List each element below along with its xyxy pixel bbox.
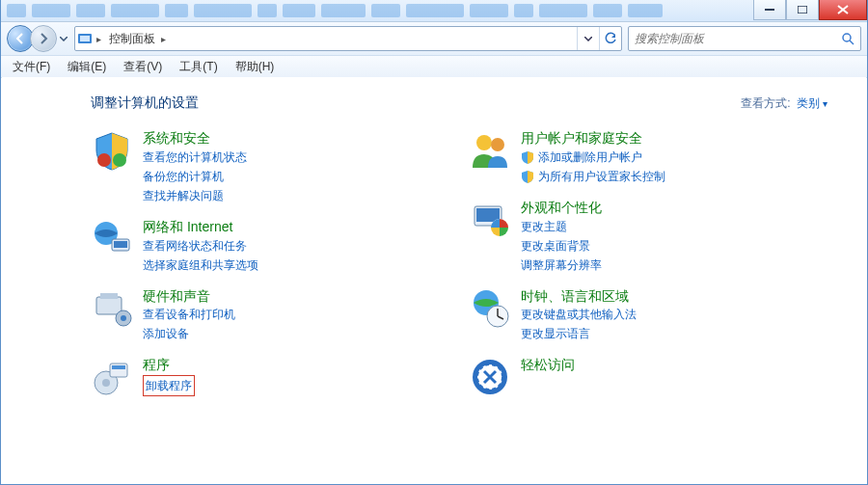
titlebar-background-apps [1,2,753,19]
minimize-button[interactable] [753,0,786,20]
svg-point-20 [491,138,504,151]
shield-icon [521,150,534,164]
search-input[interactable] [629,32,835,45]
close-icon [837,5,849,14]
svg-rect-11 [96,297,122,314]
link-hardware-sound[interactable]: 硬件和声音 [143,288,235,305]
hardware-sound-icon [91,287,133,330]
link-network-internet[interactable]: 网络和 Internet [143,219,258,235]
link-view-computer-status[interactable]: 查看您的计算机状态 [143,148,247,166]
link-add-remove-user[interactable]: 添加或删除用户帐户 [521,148,665,166]
link-parental-controls[interactable]: 为所有用户设置家长控制 [521,168,665,185]
search-button[interactable] [835,32,860,45]
window-controls [753,0,867,21]
control-panel-window: ▸ 控制面板 ▸ 文件(F) 编辑(E) 查看(V) 工具(T) 帮助(H) [0,0,868,485]
refresh-button[interactable] [599,27,621,50]
content-area: 调整计算机的设置 查看方式: 类别 ▾ [2,77,866,483]
svg-line-5 [850,40,854,44]
maximize-button[interactable] [786,0,819,20]
column-right: 用户帐户和家庭安全 添加或删除用户帐户 为所有用户设置家长控制 [469,129,827,398]
refresh-icon [604,32,617,45]
link-ease-of-access[interactable]: 轻松访问 [521,357,575,373]
svg-rect-10 [114,241,127,248]
link-network-status[interactable]: 查看网络状态和任务 [143,237,258,255]
address-dropdown-button[interactable] [577,27,599,50]
view-by: 查看方式: 类别 ▾ [741,95,827,112]
link-change-display-lang[interactable]: 更改显示语言 [521,325,637,342]
close-button[interactable] [819,0,867,20]
svg-point-16 [102,379,110,387]
category-network-internet: 网络和 Internet 查看网络状态和任务 选择家庭组和共享选项 [91,218,449,274]
forward-button[interactable] [30,25,57,52]
svg-rect-1 [798,6,807,13]
control-panel-icon [75,31,95,46]
link-programs[interactable]: 程序 [143,357,195,373]
appearance-icon [469,199,511,241]
chevron-down-icon [60,37,68,41]
recent-locations-button[interactable] [59,29,68,48]
link-system-security[interactable]: 系统和安全 [143,130,247,147]
page-title: 调整计算机的设置 [91,94,741,112]
menu-file[interactable]: 文件(F) [5,57,58,77]
link-uninstall-program[interactable]: 卸载程序 [146,377,192,394]
titlebar [1,0,867,22]
link-user-accounts[interactable]: 用户帐户和家庭安全 [521,130,665,147]
svg-rect-0 [765,9,774,11]
view-by-label: 查看方式: [741,95,790,112]
svg-point-4 [843,34,851,41]
category-clock-language: 时钟、语言和区域 更改键盘或其他输入法 更改显示语言 [469,287,827,343]
link-change-keyboard[interactable]: 更改键盘或其他输入法 [521,306,637,323]
link-devices-printers[interactable]: 查看设备和打印机 [143,306,235,323]
nav-buttons [7,25,68,52]
search-icon [841,32,854,45]
content-inner: 调整计算机的设置 查看方式: 类别 ▾ [2,77,866,427]
breadcrumb-chevron-icon: ▸ [159,34,168,44]
link-appearance[interactable]: 外观和个性化 [521,200,602,216]
header-row: 调整计算机的设置 查看方式: 类别 ▾ [91,94,827,112]
breadcrumb-label: 控制面板 [109,31,155,47]
clock-language-icon [469,287,511,330]
svg-point-14 [121,315,126,321]
highlight-uninstall: 卸载程序 [143,375,195,396]
link-change-theme[interactable]: 更改主题 [521,218,602,235]
category-appearance: 外观和个性化 更改主题 更改桌面背景 调整屏幕分辨率 [469,199,827,274]
breadcrumb-control-panel[interactable]: 控制面板 ▸ [103,27,174,50]
category-columns: 系统和安全 查看您的计算机状态 备份您的计算机 查找并解决问题 网络和 Inte… [91,129,827,398]
arrow-right-icon [38,33,49,44]
user-accounts-icon [469,129,511,172]
svg-point-6 [97,153,111,167]
maximize-icon [798,6,807,13]
network-internet-icon [91,218,133,260]
breadcrumb-chevron-icon: ▸ [95,34,103,44]
view-by-dropdown[interactable]: 类别 ▾ [797,95,827,112]
link-backup-computer[interactable]: 备份您的计算机 [143,168,247,185]
link-find-fix-problems[interactable]: 查找并解决问题 [143,187,247,204]
menu-edit[interactable]: 编辑(E) [60,57,114,77]
category-system-security: 系统和安全 查看您的计算机状态 备份您的计算机 查找并解决问题 [91,129,449,204]
link-add-device[interactable]: 添加设备 [143,325,235,342]
svg-rect-18 [112,365,125,369]
view-by-value: 类别 [797,96,820,110]
address-bar[interactable]: ▸ 控制面板 ▸ [74,26,622,51]
ease-of-access-icon [469,356,511,398]
column-left: 系统和安全 查看您的计算机状态 备份您的计算机 查找并解决问题 网络和 Inte… [91,129,449,398]
menu-bar: 文件(F) 编辑(E) 查看(V) 工具(T) 帮助(H) [1,56,867,78]
chevron-down-icon: ▾ [823,98,827,109]
category-user-accounts: 用户帐户和家庭安全 添加或删除用户帐户 为所有用户设置家长控制 [469,129,827,185]
arrow-left-icon [14,33,26,44]
link-clock-language[interactable]: 时钟、语言和区域 [521,288,637,305]
programs-icon [91,356,133,398]
menu-tools[interactable]: 工具(T) [172,57,225,77]
category-hardware-sound: 硬件和声音 查看设备和打印机 添加设备 [91,287,449,343]
menu-help[interactable]: 帮助(H) [228,57,283,77]
search-box[interactable] [628,26,861,51]
svg-point-7 [113,153,126,167]
navigation-bar: ▸ 控制面板 ▸ [1,22,867,56]
minimize-icon [765,9,774,11]
link-homegroup-sharing[interactable]: 选择家庭组和共享选项 [143,256,258,274]
link-change-desktop-bg[interactable]: 更改桌面背景 [521,237,602,255]
menu-view[interactable]: 查看(V) [116,57,170,77]
svg-point-19 [476,135,492,150]
system-security-icon [91,129,133,172]
link-adjust-resolution[interactable]: 调整屏幕分辨率 [521,256,602,274]
